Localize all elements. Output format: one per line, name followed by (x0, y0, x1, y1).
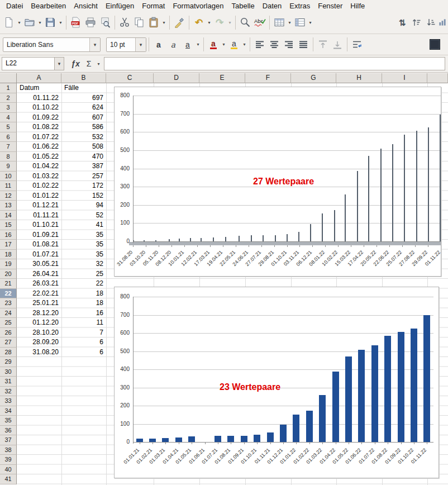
paste-button[interactable] (146, 15, 161, 30)
highlighting-color-dropdown[interactable]: ▾ (241, 42, 247, 47)
row-header-14[interactable]: 14 (0, 211, 17, 221)
highlighting-color-button[interactable]: a (227, 37, 241, 53)
menu-daten[interactable]: Daten (259, 1, 286, 11)
row-header-39[interactable]: 39 (0, 455, 17, 465)
save-dropdown[interactable]: ▾ (58, 20, 64, 25)
column-header-D[interactable]: D (154, 73, 199, 83)
cell-B21[interactable]: 22 (61, 279, 106, 289)
align-bottom-button[interactable] (330, 37, 345, 53)
cell-B17[interactable]: 35 (61, 240, 106, 250)
formula-input[interactable] (104, 57, 445, 70)
row-header-4[interactable]: 4 (0, 113, 17, 123)
menu-bearbeiten[interactable]: Bearbeiten (27, 1, 70, 11)
menu-einfügen[interactable]: Einfügen (102, 1, 138, 11)
cell-A26[interactable]: 28.10.20 (17, 328, 61, 338)
sum-button[interactable]: Σ (82, 57, 96, 70)
column-header-H[interactable]: H (336, 73, 382, 83)
menu-fenster[interactable]: Fenster (314, 1, 346, 11)
cell-B24[interactable]: 16 (61, 308, 106, 318)
row-header-2[interactable]: 2 (0, 93, 17, 103)
cell-A13[interactable]: 01.12.21 (17, 201, 61, 211)
cell-B16[interactable]: 35 (61, 230, 106, 240)
cell-B26[interactable]: 7 (61, 328, 106, 338)
cell-A11[interactable]: 01.02.22 (17, 181, 61, 191)
name-box-dropdown[interactable]: ▾ (55, 57, 64, 70)
align-left-button[interactable] (252, 37, 267, 53)
cell-B20[interactable]: 25 (61, 269, 106, 279)
sum-dropdown[interactable]: ▾ (96, 61, 102, 66)
cell-A19[interactable]: 30.05.21 (17, 259, 61, 269)
row-header-9[interactable]: 9 (0, 161, 17, 172)
cell-B7[interactable]: 508 (61, 142, 106, 152)
row-header-12[interactable]: 12 (0, 191, 17, 201)
cell-B11[interactable]: 172 (61, 181, 106, 191)
insert-table-dropdown[interactable]: ▾ (287, 20, 293, 25)
chart-1[interactable]: 010020030040050060070080031.08.2003.10.2… (114, 87, 441, 277)
align-right-button[interactable] (282, 37, 296, 53)
row-header-3[interactable]: 3 (0, 103, 17, 113)
cell-A4[interactable]: 01.09.22 (17, 113, 61, 123)
cell-B13[interactable]: 94 (61, 201, 106, 211)
cell-B27[interactable]: 6 (61, 337, 106, 348)
export-pdf-button[interactable]: PDF (69, 15, 83, 30)
undo-dropdown[interactable]: ▾ (206, 20, 212, 25)
undo-button[interactable]: ↶ (192, 15, 206, 30)
row-header-36[interactable]: 36 (0, 426, 17, 436)
row-header-27[interactable]: 27 (0, 337, 17, 348)
cell-A27[interactable]: 28.09.20 (17, 337, 61, 348)
align-center-button[interactable] (267, 37, 282, 53)
cell-B22[interactable]: 18 (61, 289, 106, 299)
row-header-28[interactable]: 28 (0, 348, 17, 358)
row-header-40[interactable]: 40 (0, 465, 17, 475)
copy-button[interactable] (132, 15, 146, 30)
open-button[interactable] (22, 15, 37, 30)
cell-A3[interactable]: 01.10.22 (17, 103, 61, 113)
cell-A21[interactable]: 26.03.21 (17, 279, 61, 289)
cell-A6[interactable]: 01.07.22 (17, 132, 61, 142)
name-box[interactable]: L22 ▾ (2, 57, 64, 70)
row-header-23[interactable]: 23 (0, 298, 17, 308)
menu-extras[interactable]: Extras (285, 1, 314, 11)
cell-B18[interactable]: 35 (61, 250, 106, 260)
row-header-33[interactable]: 33 (0, 396, 17, 406)
row-header-32[interactable]: 32 (0, 387, 17, 397)
justify-button[interactable] (296, 37, 311, 53)
find-replace-button[interactable] (238, 15, 252, 30)
column-header-partial[interactable] (427, 73, 448, 83)
cell-B8[interactable]: 470 (61, 152, 106, 162)
font-name-combo[interactable]: Liberation Sans ▾ (3, 37, 101, 52)
row-header-15[interactable]: 15 (0, 220, 17, 230)
cell-A15[interactable]: 01.10.21 (17, 220, 61, 230)
row-header-38[interactable]: 38 (0, 445, 17, 455)
chart-2[interactable]: 010020030040050060070080001.01.2101.02.2… (114, 287, 439, 478)
sort-ascending-button[interactable] (409, 15, 424, 30)
column-header-C[interactable]: C (106, 73, 154, 83)
menu-formatvorlagen[interactable]: Formatvorlagen (169, 1, 227, 11)
cell-A28[interactable]: 31.08.20 (17, 348, 61, 358)
font-name-dropdown[interactable]: ▾ (89, 38, 100, 51)
cell-A14[interactable]: 01.11.21 (17, 211, 61, 221)
cell-A17[interactable]: 01.08.21 (17, 240, 61, 250)
row-header-29[interactable]: 29 (0, 357, 17, 367)
cell-B10[interactable]: 257 (61, 172, 106, 182)
save-button[interactable] (43, 15, 58, 30)
cell-A12[interactable]: 01.01.22 (17, 191, 61, 201)
cell-B2[interactable]: 697 (61, 93, 106, 103)
font-size-dropdown[interactable]: ▾ (135, 38, 146, 51)
column-header-A[interactable]: A (17, 73, 61, 83)
paste-dropdown[interactable]: ▾ (161, 20, 167, 25)
menu-ansicht[interactable]: Ansicht (70, 1, 102, 11)
column-header-E[interactable]: E (199, 73, 245, 83)
cell-A1[interactable]: Datum (17, 83, 61, 93)
cell-B12[interactable]: 152 (61, 191, 106, 201)
row-header-11[interactable]: 11 (0, 181, 17, 191)
cell-A7[interactable]: 01.06.22 (17, 142, 61, 152)
font-size-combo[interactable]: 10 pt ▾ (106, 37, 146, 52)
align-top-button[interactable] (316, 37, 330, 53)
column-header-B[interactable]: B (61, 73, 106, 83)
row-header-31[interactable]: 31 (0, 377, 17, 387)
select-all-corner[interactable] (0, 73, 17, 83)
row-header-30[interactable]: 30 (0, 367, 17, 377)
menu-datei[interactable]: Datei (2, 1, 27, 11)
cell-A23[interactable]: 25.01.21 (17, 298, 61, 308)
